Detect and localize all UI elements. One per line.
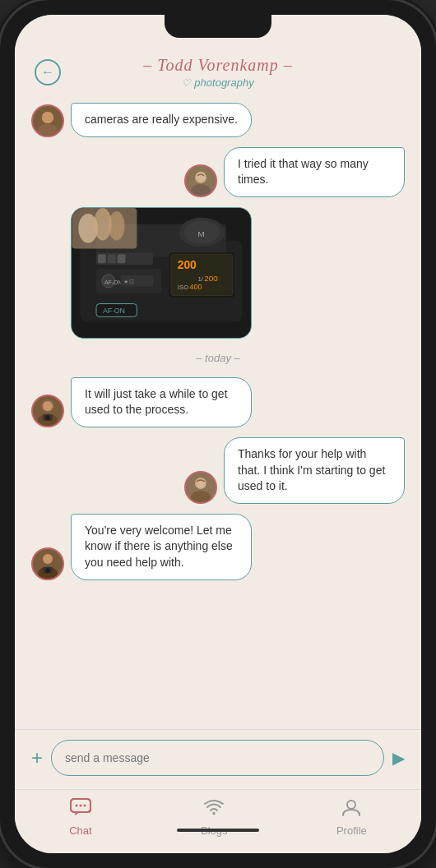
message-row: Thanks for your help with that. I think …	[31, 437, 405, 504]
svg-point-50	[79, 805, 81, 807]
name-prefix: –	[143, 56, 157, 74]
message-row: cameras are really expensive.	[31, 103, 405, 137]
home-indicator	[177, 829, 259, 832]
photographer-avatar	[31, 104, 64, 137]
svg-point-5	[196, 172, 206, 182]
contact-name-text: Todd Vorenkamp	[157, 56, 279, 74]
message-input[interactable]	[51, 740, 384, 776]
svg-text:400: 400	[190, 283, 202, 291]
message-text: Thanks for your help with that. I think …	[238, 447, 385, 492]
svg-text:AF·ON: AF·ON	[103, 307, 125, 315]
back-button[interactable]: ←	[35, 59, 61, 85]
contact-subtitle: ♡ photography	[35, 76, 401, 89]
message-bubble: cameras are really expensive.	[71, 103, 252, 137]
svg-point-31	[109, 211, 125, 241]
camera-image: M 200 1/ 200 ISO 400	[71, 207, 252, 339]
subtitle-text: photography	[194, 76, 253, 89]
svg-point-49	[75, 805, 77, 807]
send-button[interactable]: ▶	[392, 748, 405, 768]
svg-point-4	[191, 184, 211, 196]
message-bubble: You're very welcome! Let me know if ther…	[71, 514, 252, 580]
date-divider: – today –	[31, 352, 405, 364]
message-text: I tried it that way so many times.	[238, 157, 369, 187]
svg-text:ISO: ISO	[178, 284, 189, 291]
svg-point-43	[43, 554, 53, 564]
message-bubble: It will just take a while to get used to…	[71, 377, 252, 427]
svg-text:M: M	[197, 229, 204, 238]
svg-text:200: 200	[178, 258, 197, 271]
svg-rect-22	[118, 254, 126, 263]
phone-notch	[165, 15, 271, 38]
svg-text:200: 200	[204, 274, 218, 283]
name-suffix: –	[279, 56, 293, 74]
svg-rect-20	[98, 254, 106, 263]
message-text: It will just take a while to get used to…	[85, 387, 228, 417]
svg-point-52	[213, 813, 216, 815]
add-button[interactable]: +	[31, 746, 43, 769]
nav-item-chat[interactable]: Chat	[69, 798, 91, 837]
message-bubble: Thanks for your help with that. I think …	[224, 437, 405, 504]
nav-item-profile[interactable]: Profile	[336, 798, 367, 837]
svg-point-40	[191, 491, 211, 502]
photographer-avatar	[31, 547, 64, 580]
input-area: + ▶	[15, 729, 421, 789]
phone-frame: ← – Todd Vorenkamp – ♡ photography	[0, 0, 436, 868]
message-bubble: I tried it that way so many times.	[224, 147, 405, 197]
divider-text: – today –	[196, 352, 240, 364]
svg-point-1	[38, 124, 58, 136]
svg-text:★  ⊡: ★ ⊡	[123, 279, 135, 284]
svg-text:1/: 1/	[197, 275, 203, 283]
user-avatar	[184, 164, 217, 197]
message-row: It will just take a while to get used to…	[31, 377, 405, 427]
message-text: cameras are really expensive.	[85, 113, 238, 126]
svg-point-35	[43, 401, 53, 411]
heart-icon: ♡	[182, 77, 191, 89]
svg-point-46	[45, 568, 50, 573]
photographer-avatar	[31, 395, 64, 427]
phone-screen: ← – Todd Vorenkamp – ♡ photography	[15, 15, 421, 853]
chat-icon	[70, 798, 91, 821]
svg-rect-21	[108, 254, 116, 263]
image-message-row: M 200 1/ 200 ISO 400	[31, 207, 405, 339]
svg-point-38	[45, 415, 50, 420]
message-text: You're very welcome! Let me know if ther…	[85, 524, 233, 569]
profile-icon	[341, 798, 362, 821]
bottom-nav: Chat Blogs	[15, 789, 421, 853]
chat-nav-label: Chat	[69, 824, 91, 837]
message-row: I tried it that way so many times.	[31, 147, 405, 197]
svg-point-53	[347, 801, 355, 809]
svg-point-51	[83, 805, 86, 807]
svg-text:AF-ON: AF-ON	[104, 279, 122, 285]
contact-name: – Todd Vorenkamp –	[35, 56, 401, 75]
message-row: You're very welcome! Let me know if ther…	[31, 514, 405, 580]
svg-point-2	[42, 112, 53, 123]
chat-area: cameras are really expensive. I tried it…	[15, 99, 421, 729]
user-avatar	[184, 471, 217, 504]
profile-nav-label: Profile	[336, 824, 367, 837]
blogs-icon	[203, 798, 225, 821]
back-arrow-icon: ←	[41, 66, 54, 79]
